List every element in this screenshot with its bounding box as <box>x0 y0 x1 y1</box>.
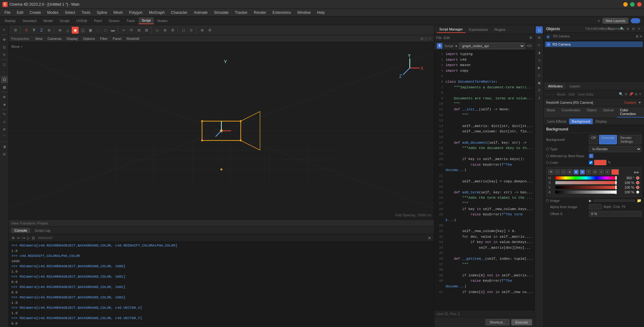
rib-layers[interactable]: ≡ <box>536 42 543 48</box>
sm-toolbar-file[interactable]: File <box>436 36 442 40</box>
view-tab-view[interactable]: View <box>33 36 44 41</box>
attr-filter-icon[interactable]: ⚙ <box>625 92 628 96</box>
ast-coordinates[interactable]: Coordinates <box>558 107 583 118</box>
console-close-btn[interactable]: ✕ <box>428 236 431 241</box>
tab-track[interactable]: Track <box>123 18 138 24</box>
color-checkbox[interactable] <box>589 161 593 164</box>
color-hsv-mode[interactable]: H <box>580 169 585 175</box>
sm-shortcut-btn[interactable]: Shortcut... <box>486 319 509 325</box>
toolbar-polys[interactable]: ▦ <box>1 84 8 91</box>
bent-rays-checkbox[interactable]: ✓ <box>589 154 593 158</box>
sm-tab-manager[interactable]: Script Manager <box>437 26 465 33</box>
bg-rendersettings-btn[interactable]: Render Settings <box>618 135 641 144</box>
console-toolbar-icon1[interactable]: ✕ <box>11 236 15 241</box>
attr-preset-label[interactable]: Custom <box>624 101 636 104</box>
obj-panel-edit[interactable]: Edit <box>591 26 596 31</box>
ttb-r31[interactable]: ⊕ <box>199 27 206 34</box>
tab-uvedit[interactable]: UVEdit <box>73 18 90 24</box>
ttb-obj7[interactable]: ▬ <box>109 27 116 34</box>
ttb-r2[interactable]: ⊕ <box>162 27 169 34</box>
color-expand-btn[interactable]: ▶▶ <box>634 170 639 174</box>
obj-panel-bookmarks[interactable]: Bookmarks <box>614 26 619 31</box>
toolbar-paint[interactable]: ✎ <box>1 111 8 118</box>
attr-tab-layers[interactable]: Layers <box>566 83 583 89</box>
console-toolbar-icon4[interactable]: ▷ <box>27 236 30 240</box>
ttb-obj6[interactable]: □ <box>102 27 109 34</box>
sm-code[interactable]: 1import typing 2import c4d 3import maxon… <box>434 50 535 310</box>
menu-extensions[interactable]: Extensions <box>270 10 294 15</box>
frame-input[interactable] <box>589 204 602 209</box>
menu-animate[interactable]: Animate <box>191 10 210 15</box>
toolbar-rotate[interactable]: ↻ <box>1 51 8 58</box>
toolbar-points[interactable]: · <box>1 69 8 75</box>
ttb-cam1[interactable]: ◻ <box>180 27 187 34</box>
viewport-icon-1[interactable]: ⊕ <box>420 36 424 41</box>
viewport-canvas[interactable]: Y X Y Z Move + Grid <box>9 42 434 219</box>
sm-tab-expressions[interactable]: Expressions <box>467 26 491 33</box>
attr-content[interactable]: Background Background Off Override Rende… <box>544 125 644 327</box>
sm-toolbar-edit[interactable]: Edit <box>444 36 450 40</box>
v-slider-handle[interactable] <box>615 186 617 189</box>
menu-polygon[interactable]: Polygon <box>126 10 145 15</box>
attr-stab-lens[interactable]: Lens Effects <box>545 119 569 124</box>
tab-groom[interactable]: Groom <box>106 18 123 24</box>
menu-help[interactable]: Help <box>314 10 327 15</box>
ttb-y[interactable]: Y <box>31 27 37 34</box>
h-slider-handle[interactable] <box>615 176 617 180</box>
obj-panel-search[interactable]: 🔍 <box>619 26 625 31</box>
ttb-obj2[interactable]: △ <box>64 27 71 34</box>
add-tab-btn[interactable]: + <box>597 18 600 23</box>
color-hash[interactable]: # <box>599 169 604 175</box>
attr-edit-label[interactable]: Edit <box>569 92 575 96</box>
bg-off-btn[interactable]: Off <box>589 135 598 144</box>
tab-script[interactable]: Script <box>139 17 154 24</box>
ttb-r32[interactable]: ⚙ <box>206 27 213 34</box>
color-square[interactable]: □ <box>561 169 566 175</box>
toggle-btn[interactable] <box>631 18 640 23</box>
toolbar-model[interactable]: ◻ <box>1 61 8 68</box>
color-text-mode[interactable]: T <box>586 169 591 175</box>
sm-tab-plugins[interactable]: Plugins <box>492 26 508 33</box>
attr-close-icon[interactable]: ✕ <box>639 92 641 96</box>
crop-btn[interactable]: Crop <box>613 205 620 208</box>
obj-item-rscamera[interactable]: ⊙ RS Camera <box>545 42 643 47</box>
sm-execute-btn[interactable]: Execute <box>511 319 532 325</box>
toolbar-scale[interactable]: ⊡ <box>1 44 8 51</box>
color-preview-swatch[interactable] <box>611 169 619 175</box>
attr-tab-attributes[interactable]: Attributes <box>545 83 566 89</box>
rib-timeline[interactable]: ⏱ <box>536 87 543 94</box>
tab-model[interactable]: Model <box>40 18 56 24</box>
color-eyedropper[interactable]: 👁 <box>548 169 553 175</box>
obj-panel-expand[interactable]: ⊞ <box>631 26 636 31</box>
color-circle[interactable]: ○ <box>555 169 560 175</box>
color-percent[interactable]: % <box>592 169 597 175</box>
view-tab-filter[interactable]: Filter <box>98 36 109 41</box>
console-toolbar-icon2[interactable]: ↩ <box>17 236 20 240</box>
rib-scene[interactable]: ⊙ <box>536 57 543 64</box>
menu-mograph[interactable]: MoGraph <box>147 10 167 15</box>
ttb-cam2[interactable]: ⊙ <box>188 27 195 34</box>
attr-back-btn[interactable]: ← <box>546 92 550 96</box>
toolbar-move[interactable]: ✥ <box>1 36 8 43</box>
new-layouts-btn[interactable]: New Layouts <box>602 18 628 24</box>
console-toolbar-icon3[interactable]: ↪ <box>22 236 25 240</box>
ttb-new-obj[interactable]: ⊕ <box>57 27 64 34</box>
rib-material[interactable]: ◑ <box>536 49 543 56</box>
menu-window[interactable]: Window <box>295 10 313 15</box>
s-slider[interactable] <box>555 181 617 184</box>
ast-basic[interactable]: Basic <box>544 107 558 118</box>
console-tab-scriptlog[interactable]: Script Log <box>31 228 53 233</box>
menu-tools[interactable]: Tools <box>79 10 93 15</box>
ttb-coords[interactable]: ⊕ <box>46 27 53 34</box>
ttb-anim4[interactable]: ⊠ <box>143 27 150 34</box>
toolbar-pointer[interactable]: ↖ <box>1 26 8 33</box>
bg-override-btn[interactable]: Override <box>599 135 617 144</box>
menu-simulate[interactable]: Simulate <box>211 10 231 15</box>
attr-stab-background[interactable]: Background <box>569 119 593 124</box>
toolbar-edges[interactable]: ⬡ <box>1 76 8 83</box>
color-swatch[interactable] <box>594 160 607 165</box>
attr-search-icon[interactable]: 🔍 <box>619 92 623 96</box>
rib-render[interactable]: ▶ <box>536 64 543 71</box>
color-edit-icon[interactable]: ✎ <box>608 160 611 165</box>
ttb-x[interactable]: X <box>23 27 30 34</box>
